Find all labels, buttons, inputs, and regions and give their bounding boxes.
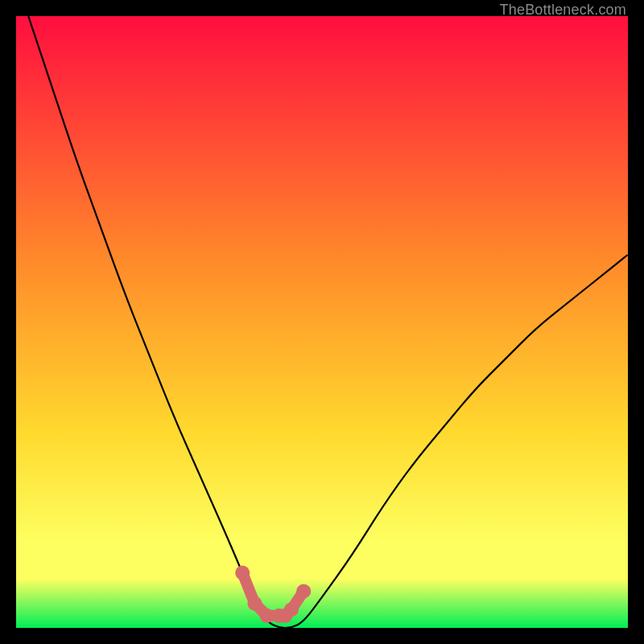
- chart-svg: [16, 16, 628, 628]
- chart-canvas: [16, 16, 628, 628]
- gradient-background: [16, 16, 628, 628]
- chart-frame: TheBottleneck.com: [0, 0, 644, 644]
- highlight-dot: [247, 597, 262, 611]
- highlight-dot: [296, 584, 311, 598]
- highlight-dot: [235, 566, 250, 580]
- highlight-dot: [284, 602, 299, 617]
